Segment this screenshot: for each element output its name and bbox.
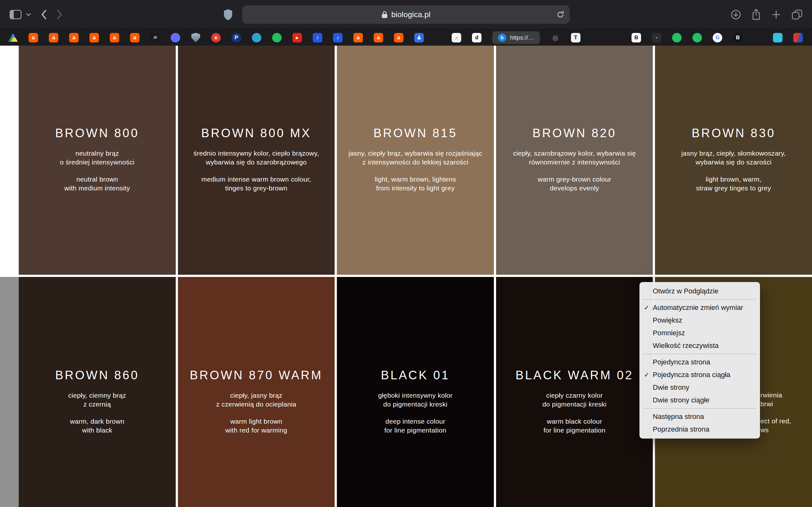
allegro-icon[interactable]: a: [29, 33, 38, 43]
share-icon: [752, 9, 761, 20]
green-app-icon[interactable]: [272, 33, 282, 43]
checkmark-icon: ✓: [644, 371, 653, 379]
allegro-icon[interactable]: a: [110, 33, 119, 43]
t-app-icon[interactable]: T: [571, 33, 580, 43]
menu-separator: [643, 354, 756, 354]
menu-item-auto-resize[interactable]: ✓ Automatycznie zmień wymiar: [640, 301, 760, 314]
menu-item-single-page[interactable]: Pojedyncza strona: [640, 356, 760, 369]
allegro-icon[interactable]: a: [394, 33, 403, 43]
menu-item-previous-page[interactable]: Poprzednia strona: [640, 423, 760, 436]
privacy-shield-button[interactable]: [223, 9, 233, 20]
menu-item-label: Powiększ: [653, 316, 682, 325]
color-card[interactable]: BROWN 815 jasny, ciepły brąz, wybarwia s…: [337, 46, 494, 275]
address-bar[interactable]: biologica.pl: [242, 5, 570, 24]
gradient-app-icon[interactable]: [171, 33, 180, 43]
allegro-icon[interactable]: a: [49, 33, 58, 43]
card-title: BROWN 800: [19, 126, 176, 140]
youtube-icon[interactable]: ▶: [293, 33, 302, 43]
cyan-app-icon[interactable]: [773, 33, 782, 43]
color-card[interactable]: BROWN 860 ciepły, ciemny brąz z czernią …: [19, 277, 176, 507]
record-icon[interactable]: ◎: [551, 33, 560, 43]
card-desc-en: warm, dark brown with black: [19, 417, 176, 435]
b-app-icon[interactable]: B: [631, 33, 641, 43]
card-desc-pl: neutralny brąz o średniej intensywności: [19, 149, 176, 167]
chevron-down-icon: [26, 13, 31, 16]
color-card[interactable]: BLACK WARM 02 ciepły czarny kolor do pig…: [496, 277, 653, 507]
menu-item-next-page[interactable]: Następna strona: [640, 410, 760, 423]
downloads-button[interactable]: [731, 9, 741, 20]
share-button[interactable]: [752, 9, 761, 20]
menu-item-zoom-out[interactable]: Pomniejsz: [640, 327, 760, 339]
google-icon[interactable]: G: [713, 33, 722, 43]
tab-overview-button[interactable]: [792, 9, 803, 20]
drive-icon[interactable]: [8, 33, 18, 43]
music-note-icon[interactable]: ♫: [452, 33, 461, 43]
card-desc-pl: ciepły, szarobrązowy kolor, wybarwia się…: [496, 149, 653, 167]
download-icon: [731, 9, 741, 20]
allegro-icon[interactable]: a: [69, 33, 79, 43]
sidebar-toggle-button[interactable]: [9, 10, 21, 19]
menu-separator: [643, 299, 756, 300]
color-card[interactable]: BROWN 800 MX średnio intensywny kolor, c…: [178, 46, 335, 275]
reload-button[interactable]: [556, 10, 565, 19]
menu-item-zoom-in[interactable]: Powiększ: [640, 314, 760, 327]
menu-item-label: Następna strona: [653, 412, 704, 421]
back-button[interactable]: [41, 9, 47, 20]
active-item-label: https://…: [510, 34, 534, 41]
color-card[interactable]: BROWN 830 jasny brąz, ciepły, słomkowosz…: [655, 46, 812, 275]
menu-item-two-pages-continuous[interactable]: Dwie strony ciągłe: [640, 394, 760, 406]
whatsapp-icon[interactable]: [672, 33, 681, 43]
music-app-icon[interactable]: ♪: [313, 33, 322, 43]
lock-icon: [382, 11, 388, 18]
whatsapp-icon[interactable]: [693, 33, 702, 43]
color-card[interactable]: BLACK 01 głęboki intensywny kolor do pig…: [337, 277, 494, 507]
new-tab-button[interactable]: [771, 10, 781, 19]
tabs-icon: [792, 9, 803, 20]
pdf-page-margin-bottom: [0, 277, 19, 507]
card-title: BLACK 01: [337, 368, 494, 382]
allegro-icon[interactable]: a: [353, 33, 363, 43]
card-desc-en: neutral brown with medium intensity: [19, 175, 176, 193]
music-app-icon[interactable]: ♪: [333, 33, 343, 43]
browser-window: biologica.pl aaaaaaJBeP▶♪♪aaa♟♫d b: [0, 0, 812, 507]
bag-app-icon[interactable]: ▪: [652, 33, 661, 43]
jb-app-icon[interactable]: JB: [150, 33, 160, 43]
forward-chevron-icon: [56, 9, 63, 20]
menu-item-label: Poprzednia strona: [653, 425, 710, 434]
shield-app-icon[interactable]: [191, 33, 200, 43]
p-app-icon[interactable]: P: [232, 33, 241, 43]
color-card[interactable]: BROWN 820 ciepły, szarobrązowy kolor, wy…: [496, 46, 653, 275]
menu-item-two-pages[interactable]: Dwie strony: [640, 381, 760, 394]
checkmark-icon: ✓: [644, 304, 653, 312]
allegro-icon[interactable]: a: [130, 33, 140, 43]
browser-toolbar: biologica.pl: [0, 0, 812, 29]
pdf-context-menu: Otwórz w Podglądzie ✓ Automatycznie zmie…: [640, 282, 760, 439]
e-app-icon[interactable]: e: [211, 33, 221, 43]
card-desc-pl: średnio intensywny kolor, ciepło brązowy…: [178, 149, 335, 167]
flag-app-icon[interactable]: [793, 33, 803, 43]
d-app-icon[interactable]: d: [472, 33, 481, 43]
person-app-icon[interactable]: ♟: [414, 33, 424, 43]
allegro-icon[interactable]: a: [90, 33, 99, 43]
menu-item-label: Automatycznie zmień wymiar: [653, 303, 743, 312]
b2-app-icon[interactable]: B: [733, 33, 743, 43]
menu-item-single-page-continuous[interactable]: ✓ Pojedyncza strona ciągła: [640, 369, 760, 381]
sidebar-icon: [9, 10, 21, 19]
plus-icon: [771, 10, 781, 19]
menu-item-label: Otwórz w Podglądzie: [653, 287, 718, 295]
menu-item-label: Dwie strony ciągłe: [653, 396, 710, 404]
favorites-bar-active-item[interactable]: b https://…: [492, 32, 540, 44]
favorites-icons-right: ◎TB▪GB: [551, 33, 803, 43]
page-content: BROWN 800 neutralny brąz o średniej inte…: [0, 46, 812, 507]
compass-app-icon[interactable]: [252, 33, 261, 43]
allegro-icon[interactable]: a: [374, 33, 383, 43]
menu-item-open-in-preview[interactable]: Otwórz w Podglądzie: [640, 285, 760, 297]
color-card[interactable]: BROWN 800 neutralny brąz o średniej inte…: [19, 46, 176, 275]
forward-button[interactable]: [56, 9, 63, 20]
menu-item-actual-size[interactable]: Wielkość rzeczywista: [640, 339, 760, 352]
menu-item-label: Pojedyncza strona: [653, 358, 710, 366]
card-title: BROWN 820: [496, 126, 653, 140]
color-card[interactable]: BROWN 870 WARM ciepły, jasny brąz z czer…: [178, 277, 335, 507]
favicon-spacer: [591, 33, 621, 43]
sidebar-menu-button[interactable]: [26, 13, 31, 16]
